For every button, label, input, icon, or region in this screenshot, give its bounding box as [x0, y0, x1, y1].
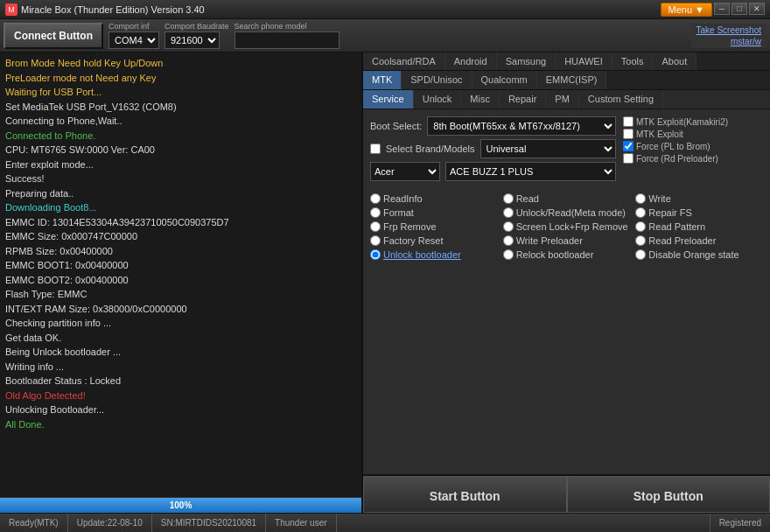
tab-misc[interactable]: Misc	[461, 90, 500, 108]
search-phone-input[interactable]	[234, 32, 340, 49]
tab-tools[interactable]: Tools	[612, 52, 654, 70]
right-content: Boot Select: 8th Boot(MT65xx & MT67xx/81…	[363, 109, 770, 474]
radio-format: Format	[370, 207, 498, 218]
radio-read-pattern: Read Pattern	[635, 221, 763, 232]
console-output: Brom Mode Need hold Key Up/DownPreLoader…	[0, 52, 361, 497]
top-right-area: Take Screenshot mstar/w	[691, 24, 767, 48]
connect-button[interactable]: Connect Button	[4, 23, 103, 49]
mtk-exploit-checkbox[interactable]	[623, 129, 634, 139]
unlock-read-label: Unlock/Read(Meta mode)	[516, 207, 626, 218]
title-bar-left: M Miracle Box (Thunder Edition) Version …	[5, 4, 205, 16]
readinfo-label: ReadInfo	[383, 193, 423, 204]
factory-reset-radio[interactable]	[370, 235, 381, 246]
progress-label: 100%	[170, 500, 192, 510]
tab-emmc[interactable]: EMMC(ISP)	[537, 71, 607, 89]
status-ready: Ready(MTK)	[0, 514, 68, 532]
screen-lock-label: Screen Lock+Frp Remove	[516, 221, 628, 232]
screenshot-link[interactable]: Take Screenshot	[696, 25, 762, 35]
radio-unlock-bootloader: Unlock bootloader	[370, 249, 498, 260]
tab-unlock[interactable]: Unlock	[414, 90, 462, 108]
radio-factory-reset: Factory Reset	[370, 235, 498, 246]
select-brand-checkbox[interactable]	[370, 144, 381, 154]
menu-button[interactable]: Menu ▼	[661, 3, 712, 17]
tab-repair[interactable]: Repair	[500, 90, 546, 108]
radio-frp-remove: Frp Remove	[370, 221, 498, 232]
model-select[interactable]: ACE BUZZ 1 PLUS	[445, 162, 616, 181]
unlock-bootloader-radio[interactable]	[370, 249, 381, 260]
brand-select[interactable]: Universal Samsung Huawei Xiaomi	[480, 139, 617, 158]
boot-select[interactable]: 8th Boot(MT65xx & MT67xx/8127) 7th Boot …	[427, 116, 616, 136]
start-button[interactable]: Start Button	[363, 476, 567, 513]
status-update: Update:22-08-10	[68, 514, 152, 532]
kamakiri-checkbox[interactable]	[623, 116, 634, 127]
kamakiri-label: MTK Exploit(Kamakiri2)	[636, 117, 728, 127]
read-pattern-radio[interactable]	[635, 221, 646, 232]
checkbox-force-rd: Force (Rd Preloader)	[623, 153, 763, 164]
screen-lock-radio[interactable]	[503, 221, 514, 232]
write-preloader-label: Write Preloader	[516, 235, 583, 246]
read-preloader-radio[interactable]	[635, 235, 646, 246]
tab-android[interactable]: Android	[445, 52, 497, 70]
unlock-read-radio[interactable]	[503, 207, 514, 218]
disable-orange-label: Disable Orange state	[648, 249, 738, 260]
master-link[interactable]: mstar/w	[731, 37, 761, 46]
tab-spd[interactable]: SPD/Unisoc	[402, 71, 472, 89]
radio-read: Read	[503, 193, 631, 204]
model-brand-select[interactable]: Acer Samsung	[370, 162, 440, 181]
maximize-button[interactable]: □	[732, 3, 747, 15]
tab-service[interactable]: Service	[363, 90, 414, 108]
write-preloader-radio[interactable]	[503, 235, 514, 246]
format-radio[interactable]	[370, 207, 381, 218]
readinfo-radio[interactable]	[370, 193, 381, 204]
radio-relock-bootloader: Relock bootloader	[503, 249, 631, 260]
repairfs-radio[interactable]	[635, 207, 646, 218]
comport-group: Comport inf COM4 COM8	[108, 22, 159, 49]
tab-mtk[interactable]: MTK	[363, 71, 402, 89]
checkbox-mtk-exploit: MTK Exploit	[623, 129, 763, 139]
content-area: Brom Mode Need hold Key Up/DownPreLoader…	[0, 52, 770, 513]
boot-select-label: Boot Select:	[370, 121, 422, 131]
radio-write-preloader: Write Preloader	[503, 235, 631, 246]
radio-screen-lock: Screen Lock+Frp Remove	[503, 221, 631, 232]
tab-qualcomm[interactable]: Qualcomm	[472, 71, 537, 89]
unlock-bootloader-label[interactable]: Unlock bootloader	[383, 249, 461, 260]
tab-about[interactable]: About	[653, 52, 696, 70]
comport-select[interactable]: COM4 COM8	[108, 32, 159, 49]
top-tab-row: Coolsand/RDA Android Samsung HUAWEI Tool…	[363, 52, 770, 71]
tab-pm[interactable]: PM	[546, 90, 579, 108]
second-tab-row: MTK SPD/Unisoc Qualcomm EMMC(ISP)	[363, 71, 770, 90]
tab-huawei[interactable]: HUAWEI	[556, 52, 612, 70]
inner-tab-row: Service Unlock Misc Repair PM Custom Set…	[363, 90, 770, 109]
action-radio-grid: ReadInfo Read Write Format	[370, 193, 763, 260]
write-radio[interactable]	[635, 193, 646, 204]
mtk-exploit-label: MTK Exploit	[636, 130, 683, 139]
stop-button[interactable]: Stop Button	[567, 476, 771, 513]
tab-samsung[interactable]: Samsung	[497, 52, 556, 70]
force-pl-checkbox[interactable]	[623, 141, 634, 151]
select-brand-label: Select Brand/Models	[386, 144, 475, 154]
relock-bootloader-radio[interactable]	[503, 249, 514, 260]
baud-select[interactable]: 921600 115200	[164, 32, 220, 49]
title-bar: M Miracle Box (Thunder Edition) Version …	[0, 0, 770, 19]
minimize-button[interactable]: ─	[714, 3, 730, 15]
exploit-checkboxes: MTK Exploit(Kamakiri2) MTK Exploit Force…	[623, 116, 763, 164]
checkbox-kamakiri: MTK Exploit(Kamakiri2)	[623, 116, 763, 127]
bottom-buttons: Start Button Stop Button	[363, 474, 770, 513]
close-button[interactable]: ✕	[749, 3, 765, 15]
status-bar: Ready(MTK) Update:22-08-10 SN:MIRTDIDS20…	[0, 513, 770, 532]
status-sn: SN:MIRTDIDS20210081	[152, 514, 266, 532]
tab-custom-setting[interactable]: Custom Setting	[579, 90, 663, 108]
comport-label: Comport inf	[108, 22, 150, 31]
disable-orange-radio[interactable]	[635, 249, 646, 260]
radio-repairfs: Repair FS	[635, 207, 763, 218]
main-wrapper: Connect Button Comport inf COM4 COM8 Com…	[0, 19, 770, 532]
tab-coolsand[interactable]: Coolsand/RDA	[363, 52, 445, 70]
repairfs-label: Repair FS	[648, 207, 692, 218]
model-row: Acer Samsung ACE BUZZ 1 PLUS	[370, 162, 616, 181]
frp-remove-radio[interactable]	[370, 221, 381, 232]
read-preloader-label: Read Preloader	[648, 235, 716, 246]
read-radio[interactable]	[503, 193, 514, 204]
force-rd-checkbox[interactable]	[623, 153, 634, 164]
force-pl-label: Force (PL to Brom)	[636, 142, 710, 151]
boot-select-row: Boot Select: 8th Boot(MT65xx & MT67xx/81…	[370, 116, 616, 136]
